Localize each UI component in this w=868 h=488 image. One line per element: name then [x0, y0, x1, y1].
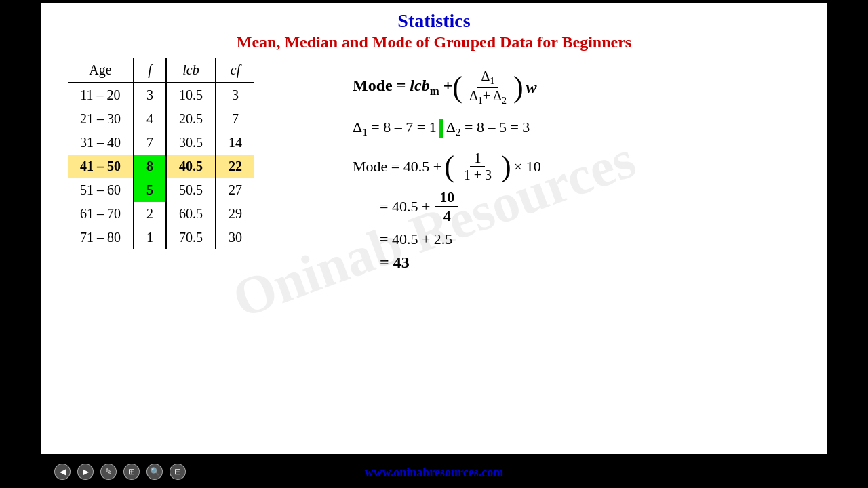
- f-cell: 7: [134, 131, 166, 155]
- main-layout: Age f lcb cf 11 – 20310.5321 – 30420.573…: [54, 58, 814, 277]
- lcb-cell: 30.5: [166, 131, 216, 155]
- mode-calc-2: = 40.5 + 10 4: [380, 188, 814, 225]
- right-bar: [827, 0, 868, 488]
- col-header-lcb: lcb: [166, 58, 216, 83]
- mode-calc-4: = 43: [380, 253, 814, 272]
- calc-frac-num: 1: [470, 150, 485, 167]
- lcb-cell: 40.5: [166, 155, 216, 178]
- table-row: 41 – 50840.522: [68, 155, 254, 178]
- table-row: 51 – 60550.527: [68, 178, 254, 202]
- page-subtitle: Mean, Median and Mode of Grouped Data fo…: [54, 33, 814, 52]
- lcb-cell: 20.5: [166, 107, 216, 131]
- step3-text: = 40.5 + 2.5: [380, 230, 452, 248]
- frac-den: Δ1+ Δ2: [465, 88, 511, 106]
- mode-formula-line: Mode = lcbm + ( Δ1 Δ1+ Δ2 ) w: [353, 68, 814, 106]
- f-cell: 2: [134, 202, 166, 226]
- f-cell: 8: [134, 155, 166, 178]
- zoom-out-button[interactable]: ⊟: [170, 464, 186, 480]
- delta2-text: Δ2 = 8 – 5 = 3: [446, 119, 530, 138]
- content-area: Oninab Resources Statistics Mean, Median…: [41, 3, 827, 454]
- frac-num: Δ1: [477, 68, 499, 88]
- open-paren-2: (: [444, 152, 454, 182]
- age-cell: 11 – 20: [68, 83, 134, 107]
- zoom-in-button[interactable]: 🔍: [146, 464, 163, 480]
- age-cell: 41 – 50: [68, 155, 134, 178]
- open-paren: (: [452, 73, 462, 102]
- w-label: w: [526, 79, 537, 97]
- calc-frac-den: 1 + 3: [460, 167, 496, 183]
- cf-cell: 3: [216, 83, 254, 107]
- prev-button[interactable]: ◀: [54, 464, 71, 480]
- close-paren: ): [513, 73, 524, 102]
- age-cell: 21 – 30: [68, 107, 134, 131]
- left-bar: [0, 0, 41, 488]
- toolbar[interactable]: ◀ ▶ ✎ ⊞ 🔍 ⊟: [54, 464, 186, 480]
- age-cell: 51 – 60: [68, 178, 134, 202]
- f-cell: 4: [134, 107, 166, 131]
- cf-cell: 7: [216, 107, 254, 131]
- f-cell: 5: [134, 178, 166, 202]
- next-button[interactable]: ▶: [77, 464, 94, 480]
- step2-fraction: 10 4: [435, 188, 458, 225]
- table-row: 31 – 40730.514: [68, 131, 254, 155]
- table-row: 71 – 80170.530: [68, 226, 254, 249]
- page-title: Statistics: [54, 10, 814, 32]
- formula-fraction: Δ1 Δ1+ Δ2: [465, 68, 511, 106]
- mode-calc-1: Mode = 40.5 + ( 1 1 + 3 ) × 10: [353, 150, 814, 183]
- f-cell: 1: [134, 226, 166, 249]
- times-10: × 10: [514, 158, 541, 176]
- table-row: 61 – 70260.529: [68, 202, 254, 226]
- cf-cell: 29: [216, 202, 254, 226]
- age-cell: 61 – 70: [68, 202, 134, 226]
- cf-cell: 27: [216, 178, 254, 202]
- mode-calc-3: = 40.5 + 2.5: [380, 230, 814, 248]
- col-header-f: f: [134, 58, 166, 83]
- delta-line: Δ1 = 8 – 7 = 1 Δ2 = 8 – 5 = 3: [353, 119, 814, 138]
- lcb-cell: 10.5: [166, 83, 216, 107]
- mode-label: Mode = lcbm +: [353, 77, 452, 98]
- lcb-cell: 60.5: [166, 202, 216, 226]
- col-header-age: Age: [68, 58, 134, 83]
- cf-cell: 30: [216, 226, 254, 249]
- lcb-cell: 50.5: [166, 178, 216, 202]
- cf-cell: 22: [216, 155, 254, 178]
- step2-label: = 40.5 +: [380, 198, 430, 216]
- formula-section: Mode = lcbm + ( Δ1 Δ1+ Δ2 ) w Δ1 = 8 – 7…: [353, 58, 814, 277]
- age-cell: 71 – 80: [68, 226, 134, 249]
- close-paren-2: ): [501, 152, 511, 182]
- col-header-cf: cf: [216, 58, 254, 83]
- table-row: 21 – 30420.57: [68, 107, 254, 131]
- step4-text: = 43: [380, 253, 410, 272]
- data-table: Age f lcb cf 11 – 20310.5321 – 30420.573…: [68, 58, 254, 249]
- table-section: Age f lcb cf 11 – 20310.5321 – 30420.573…: [54, 58, 339, 277]
- website-url: www.oninabresources.com: [365, 466, 503, 480]
- mode-calc-label: Mode = 40.5 +: [353, 158, 441, 176]
- table-row: 11 – 20310.53: [68, 83, 254, 107]
- green-separator: [439, 119, 443, 138]
- f-cell: 3: [134, 83, 166, 107]
- cf-cell: 14: [216, 131, 254, 155]
- delta1-text: Δ1 = 8 – 7 = 1: [353, 119, 437, 138]
- step2-frac-num: 10: [435, 188, 458, 207]
- grid-button[interactable]: ⊞: [123, 464, 140, 480]
- age-cell: 31 – 40: [68, 131, 134, 155]
- calc-fraction: 1 1 + 3: [460, 150, 496, 183]
- lcb-cell: 70.5: [166, 226, 216, 249]
- edit-button[interactable]: ✎: [100, 464, 117, 480]
- step2-frac-den: 4: [439, 207, 455, 225]
